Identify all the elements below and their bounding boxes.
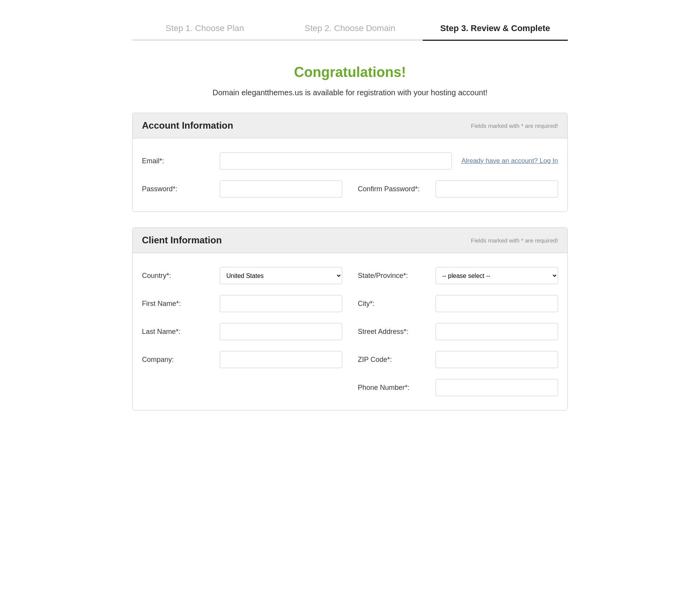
phone-group: Phone Number*: <box>358 379 558 396</box>
client-required-note: Fields marked with * are required! <box>471 237 558 244</box>
zip-group: ZIP Code*: <box>358 351 558 368</box>
phone-input[interactable] <box>436 379 558 396</box>
email-input[interactable] <box>220 152 452 169</box>
confirm-password-group: Confirm Password*: <box>358 180 558 197</box>
account-section-header: Account Information Fields marked with *… <box>133 113 567 138</box>
step2: Step 2. Choose Domain <box>277 23 422 40</box>
street-address-input[interactable] <box>436 323 558 340</box>
first-name-group: First Name*: <box>142 295 342 312</box>
company-label: Company: <box>142 356 220 364</box>
steps-container: Step 1. Choose Plan Step 2. Choose Domai… <box>132 23 568 41</box>
company-input[interactable] <box>220 351 342 368</box>
street-group: Street Address*: <box>358 323 558 340</box>
congrats-section: Congratulations! Domain elegantthemes.us… <box>132 64 568 97</box>
city-group: City*: <box>358 295 558 312</box>
country-select[interactable]: United States <box>220 267 342 284</box>
state-group: State/Province*: -- please select -- <box>358 267 558 284</box>
congrats-message: Domain elegantthemes.us is available for… <box>132 88 568 97</box>
state-label: State/Province*: <box>358 272 436 280</box>
client-section-header: Client Information Fields marked with * … <box>133 228 567 253</box>
first-name-label: First Name*: <box>142 300 220 308</box>
company-zip-row: Company: ZIP Code*: <box>142 351 558 368</box>
country-group: Country*: United States <box>142 267 342 284</box>
email-row: Email*: Already have an account? Log In <box>142 152 558 169</box>
country-label: Country*: <box>142 272 220 280</box>
client-section-body: Country*: United States State/Province*:… <box>133 253 567 410</box>
last-name-input[interactable] <box>220 323 342 340</box>
password-label: Password*: <box>142 185 220 193</box>
zip-label: ZIP Code*: <box>358 356 436 364</box>
account-required-note: Fields marked with * are required! <box>471 122 558 129</box>
client-section-title: Client Information <box>142 235 222 246</box>
account-section-title: Account Information <box>142 120 233 131</box>
firstname-city-row: First Name*: City*: <box>142 295 558 312</box>
already-account-link[interactable]: Already have an account? Log In <box>461 157 558 165</box>
last-name-group: Last Name*: <box>142 323 342 340</box>
first-name-input[interactable] <box>220 295 342 312</box>
street-address-label: Street Address*: <box>358 328 436 336</box>
confirm-password-label: Confirm Password*: <box>358 185 436 193</box>
company-group: Company: <box>142 351 342 368</box>
state-select[interactable]: -- please select -- <box>436 267 558 284</box>
phone-row: Phone Number*: <box>142 379 558 396</box>
city-label: City*: <box>358 300 436 308</box>
city-input[interactable] <box>436 295 558 312</box>
account-section-body: Email*: Already have an account? Log In … <box>133 138 567 211</box>
lastname-street-row: Last Name*: Street Address*: <box>142 323 558 340</box>
zip-input[interactable] <box>436 351 558 368</box>
confirm-password-input[interactable] <box>436 180 558 197</box>
step1: Step 1. Choose Plan <box>132 23 277 40</box>
email-label: Email*: <box>142 157 220 165</box>
password-input[interactable] <box>220 180 342 197</box>
congrats-title: Congratulations! <box>132 64 568 80</box>
password-group: Password*: <box>142 180 342 197</box>
phone-label: Phone Number*: <box>358 384 436 392</box>
country-state-row: Country*: United States State/Province*:… <box>142 267 558 284</box>
account-information-card: Account Information Fields marked with *… <box>132 113 568 212</box>
step3: Step 3. Review & Complete <box>423 23 568 41</box>
email-group: Email*: <box>142 152 452 169</box>
password-row: Password*: Confirm Password*: <box>142 180 558 197</box>
last-name-label: Last Name*: <box>142 328 220 336</box>
client-information-card: Client Information Fields marked with * … <box>132 227 568 410</box>
